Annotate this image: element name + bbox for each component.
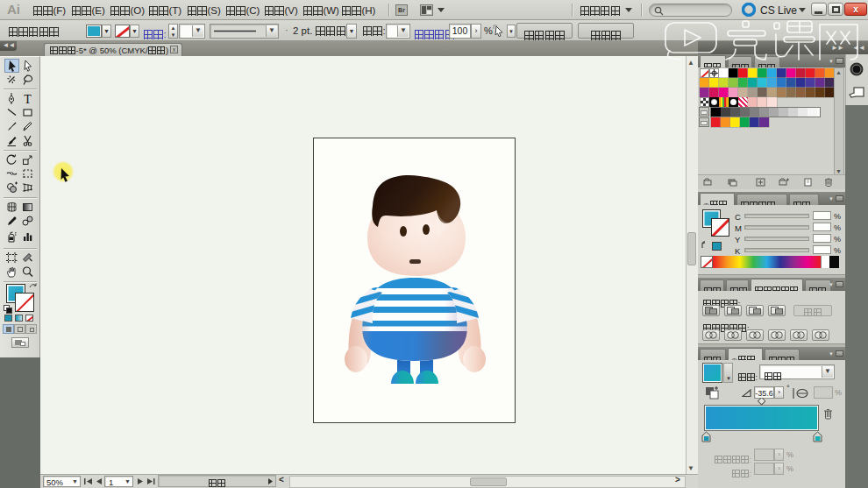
svg-text:T: T — [24, 93, 32, 106]
